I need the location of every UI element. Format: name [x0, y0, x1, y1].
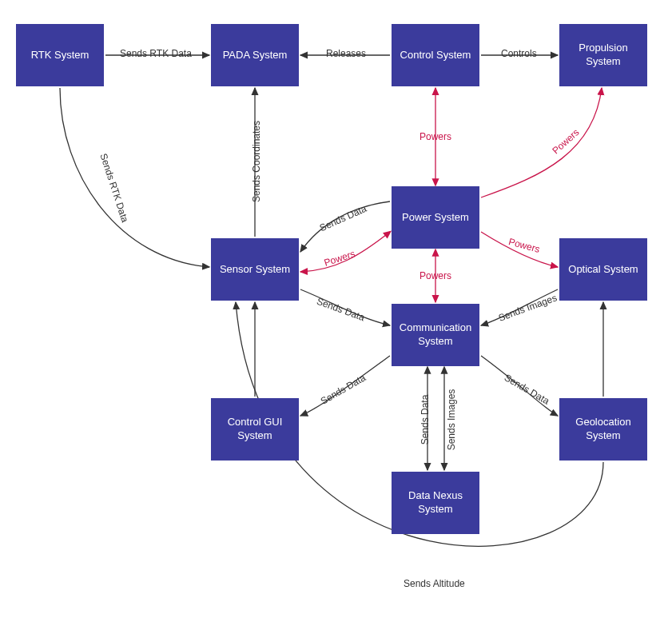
- edge-label-power-comm: Powers: [420, 270, 451, 281]
- node-label: PADA System: [223, 49, 288, 62]
- edge-label-power-optical: Powers: [507, 236, 541, 255]
- node-sensor-system: Sensor System: [211, 238, 299, 301]
- node-label: Sensor System: [220, 263, 290, 277]
- node-label: Optical System: [568, 263, 638, 277]
- node-communication-system: Communication System: [392, 304, 479, 366]
- node-label: Communication System: [395, 321, 476, 349]
- node-label: RTK System: [31, 49, 89, 62]
- edge-label-optical-comm: Sends Images: [497, 292, 559, 323]
- edge-label-sensor-comm: Sends Data: [315, 296, 366, 324]
- node-label: Power System: [402, 211, 469, 225]
- edge-label-geo-sensor: Sends Altitude: [404, 578, 465, 589]
- edge-label-sensor-pada: Sends Coordinates: [251, 121, 262, 202]
- node-power-system: Power System: [392, 186, 479, 249]
- node-label: Propulsion System: [563, 42, 644, 69]
- node-label: Control GUI System: [214, 416, 296, 443]
- node-control-system: Control System: [392, 24, 479, 86]
- edge-label-power-prop: Powers: [550, 126, 581, 156]
- edge-label-power-sensor-data: Sends Data: [318, 203, 368, 233]
- edge-label-power-sensor-powers: Powers: [323, 248, 356, 269]
- node-propulsion-system: Propulsion System: [559, 24, 647, 86]
- node-optical-system: Optical System: [559, 238, 647, 301]
- edge-label-comm-nexus-images: Sends Images: [446, 389, 457, 451]
- node-label: Data Nexus System: [395, 489, 476, 516]
- edge-label-rtk-sensor: Sends RTK Data: [97, 152, 130, 224]
- node-label: Geolocation System: [563, 416, 644, 443]
- edge-label-control-pada: Releases: [326, 48, 366, 59]
- edge-label-comm-gui: Sends Data: [319, 372, 368, 406]
- edge-label-comm-nexus-data: Sends Data: [420, 395, 431, 445]
- node-rtk-system: RTK System: [16, 24, 104, 86]
- node-pada-system: PADA System: [211, 24, 299, 86]
- edge-label-rtk-pada: Sends RTK Data: [120, 48, 192, 59]
- edge-label-power-control: Powers: [420, 131, 451, 142]
- node-label: Control System: [400, 49, 471, 62]
- edge-label-comm-geo: Sends Data: [503, 372, 551, 406]
- node-geolocation-system: Geolocation System: [559, 398, 647, 461]
- edge-label-control-prop: Controls: [501, 48, 537, 59]
- node-data-nexus-system: Data Nexus System: [392, 472, 479, 534]
- diagram-edges: [0, 0, 672, 622]
- node-control-gui-system: Control GUI System: [211, 398, 299, 461]
